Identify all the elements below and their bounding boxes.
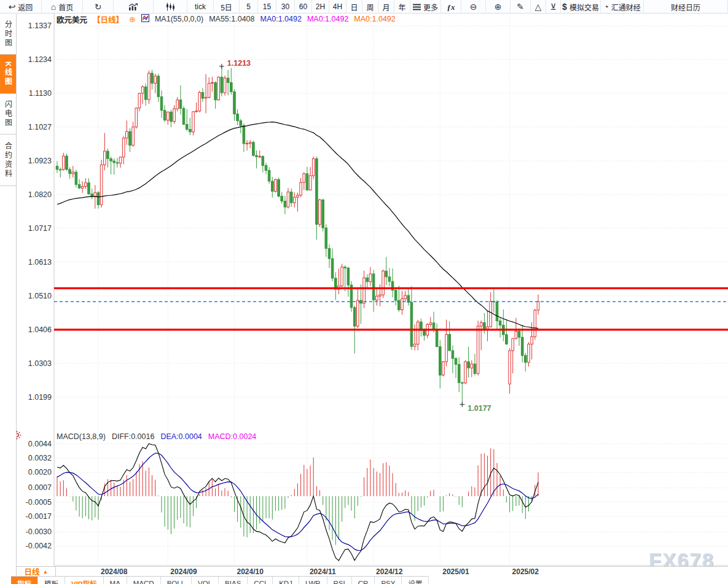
price-axis-label: 1.0406 [17,325,52,334]
price-axis-label: 1.0820 [17,190,52,199]
macd-diff-value: DIFF:0.0016 [112,432,154,441]
interval-5d[interactable]: 5日 [214,0,240,14]
price-axis-label: 1.1234 [17,55,52,64]
home-icon: ⌂ [51,2,56,11]
triangle-icon: △ [535,2,542,11]
bottom-tab-LWR[interactable]: LWR [299,577,327,584]
home-button[interactable]: ⌂首页 [42,0,83,14]
macd-axis-label: -0.0005 [17,498,52,507]
indicator-fx-button[interactable]: ƒx [441,0,461,14]
fx-icon: ƒx [447,3,455,11]
line-chart-mode-button[interactable] [114,0,154,14]
calendar-button[interactable]: 财经日历 [644,0,728,14]
more-menu-button-label: 更多 [423,2,438,12]
bottom-tab-MACD[interactable]: MACD [127,577,161,584]
price-axis-label: 1.0303 [17,359,52,368]
macd-params-label: MACD(13,8,9) [57,432,106,441]
sidebar-item-1[interactable]: K线图 [0,55,16,94]
symbol-name: 欧元美元 [57,14,87,25]
interval-week[interactable]: 周 [362,0,378,14]
sidebar-item-0[interactable]: 分时图 [0,14,16,55]
interval-5m[interactable]: 5 [240,0,258,14]
bottom-tab-模板[interactable]: 模板 [38,577,65,584]
ma-settings-label: MA1(55,0,0,0) [155,15,203,23]
triangle-tool-button[interactable]: △ [531,0,546,14]
bottom-tab-RSI[interactable]: RSI [327,577,352,584]
bottom-tab-PSY[interactable]: PSY [375,577,402,584]
price-axis-label: 1.0510 [17,292,52,300]
period-selector[interactable]: 日线 ▲ [17,567,56,576]
interval-month[interactable]: 月 [378,0,394,14]
fx678-news-button-label: 汇通财经 [611,2,641,12]
interval-60m[interactable]: 60 [295,0,312,14]
interval-4h[interactable]: 4H [329,0,346,14]
interval-year[interactable]: 年 [394,0,410,14]
plus-circle-icon[interactable]: ⊕ [129,15,136,24]
back-button[interactable]: ↩返回 [0,0,42,14]
sidebar-item-3[interactable]: 合约资料 [0,134,16,186]
bottom-tab-指标[interactable]: 指标 [11,577,38,584]
chevron-up-icon: ▲ [43,569,49,575]
zoom-out-button[interactable]: ⊖ [461,0,486,14]
period-tag: 【日线】 [93,14,123,25]
macd-dea-value: DEA:0.0004 [160,432,202,441]
top-toolbar: ↩返回⌂首页↻tick5日51530602H4H日周月年更多ƒx⊖⊕✎△⊻$模拟… [0,0,728,14]
chart-header: 欧元美元 【日线】 ⊕ MA1(55,0,0,0) MA55:1.0408 MA… [57,15,396,23]
polyline-tool-button[interactable]: ⊻ [546,0,561,14]
bottom-tab-VOL[interactable]: VOL [192,577,219,584]
interval-2h-label: 2H [316,2,325,11]
macd-header: MACD(13,8,9) DIFF:0.0016 DEA:0.0004 MACD… [57,432,256,441]
bottom-tab-设置[interactable]: 设置 [402,577,429,584]
zoom-in-icon: ⊕ [495,2,502,11]
interval-tick[interactable]: tick [187,0,214,14]
app-window: { "toolbar": { "items": [ {"name":"back-… [0,0,728,584]
price-axis-label: 1.1337 [17,21,52,30]
x-axis-month-label: 2024/08 [101,567,127,576]
bottom-tab-CR[interactable]: CR [352,577,375,584]
price-axis-label: 1.1027 [17,123,52,131]
x-axis-month-label: 2025/02 [512,567,539,576]
macd-axis-label: 0.0020 [17,468,52,477]
svg-text:1.1213: 1.1213 [227,59,251,68]
demo-trade-button-label: 模拟交易 [569,2,599,12]
chart-canvas[interactable]: 1.12131.0177 [0,0,728,584]
interval-day[interactable]: 日 [346,0,362,14]
price-axis-label: 1.1130 [17,89,52,98]
x-axis-month-label: 2024/12 [376,567,402,576]
candle-chart-mode-button[interactable] [154,0,187,14]
macd-macd-value: MACD:0.0024 [208,432,257,441]
menu-icon [413,4,421,10]
bottom-tab-KDJ[interactable]: KDJ [273,577,299,584]
sidebar-item-2[interactable]: 闪电图 [0,94,16,134]
bar-chart-icon [128,3,138,11]
back-button-label: 返回 [18,2,33,12]
bottom-tab-BOLL[interactable]: BOLL [161,577,192,584]
more-menu-button[interactable]: 更多 [410,0,441,14]
bottom-tab-CCI[interactable]: CCI [248,577,273,584]
fx678-news-button[interactable]: ◔汇通财经 [601,0,644,14]
bottom-tab-MA[interactable]: MA [104,577,127,584]
x-axis-month-label: 2024/10 [237,567,263,576]
interval-5d-label: 5日 [221,2,232,12]
interval-2h[interactable]: 2H [312,0,329,14]
zoom-in-button[interactable]: ⊕ [486,0,511,14]
pencil-icon: ✎ [517,2,524,11]
left-sidebar: 分时图K线图闪电图合约资料 [0,14,17,584]
candlestick-icon [166,2,175,11]
interval-30m[interactable]: 30 [276,0,295,14]
demo-trade-button[interactable]: $模拟交易 [561,0,601,14]
x-axis-month-label: 2024/11 [310,567,336,576]
bottom-tab-VIP指标[interactable]: VIP指标 [65,577,104,584]
back-arrow-icon: ↩ [9,2,16,11]
macd-axis-label: -0.0042 [17,542,52,550]
bottom-tab-BIAS[interactable]: BIAS [219,577,248,584]
refresh-icon: ↻ [95,2,102,11]
interval-30m-label: 30 [281,2,289,11]
interval-60m-label: 60 [299,2,307,11]
interval-tick-label: tick [195,2,206,11]
interval-15m[interactable]: 15 [258,0,276,14]
interval-5m-label: 5 [246,2,251,11]
macd-axis-label: -0.0030 [17,528,52,536]
refresh-button[interactable]: ↻ [83,0,114,14]
draw-tool-button[interactable]: ✎ [511,0,531,14]
